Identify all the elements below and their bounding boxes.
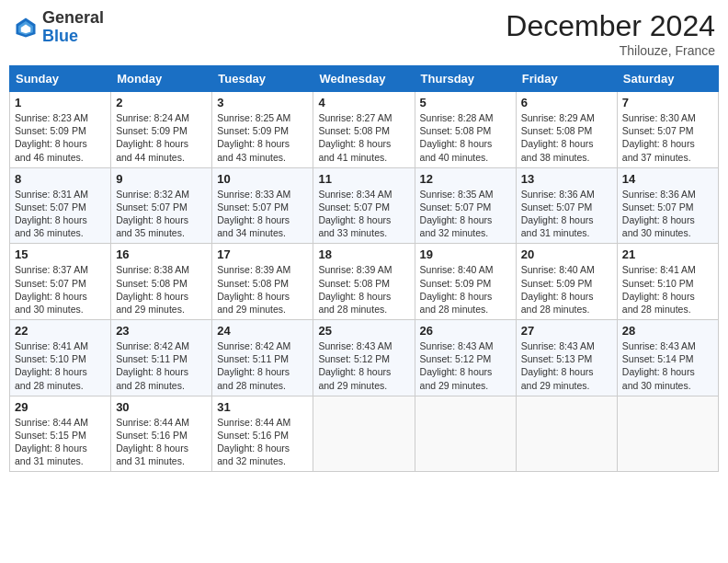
- weekday-header-tuesday: Tuesday: [212, 66, 313, 92]
- day-info: Sunrise: 8:32 AMSunset: 5:07 PMDaylight:…: [116, 188, 207, 240]
- day-info: Sunrise: 8:30 AMSunset: 5:07 PMDaylight:…: [622, 111, 713, 164]
- day-info: Sunrise: 8:41 AMSunset: 5:10 PMDaylight:…: [622, 263, 713, 316]
- day-info: Sunrise: 8:43 AMSunset: 5:12 PMDaylight:…: [318, 339, 409, 392]
- calendar-cell: 15Sunrise: 8:37 AMSunset: 5:07 PMDayligh…: [10, 244, 111, 320]
- day-number: 10: [217, 172, 308, 186]
- calendar-cell: 19Sunrise: 8:40 AMSunset: 5:09 PMDayligh…: [415, 244, 516, 320]
- day-number: 27: [521, 324, 612, 338]
- calendar-cell: 4Sunrise: 8:27 AMSunset: 5:08 PMDaylight…: [313, 92, 415, 168]
- day-info: Sunrise: 8:29 AMSunset: 5:08 PMDaylight:…: [521, 111, 612, 164]
- day-number: 19: [420, 247, 511, 261]
- day-number: 6: [521, 96, 612, 109]
- day-number: 7: [622, 96, 713, 109]
- day-number: 30: [116, 400, 207, 414]
- day-info: Sunrise: 8:37 AMSunset: 5:07 PMDaylight:…: [15, 263, 106, 316]
- day-number: 3: [217, 96, 308, 109]
- logo: General Blue: [13, 9, 104, 46]
- calendar-cell: 22Sunrise: 8:41 AMSunset: 5:10 PMDayligh…: [10, 320, 111, 396]
- calendar-cell: 25Sunrise: 8:43 AMSunset: 5:12 PMDayligh…: [313, 320, 415, 396]
- calendar-cell: [415, 396, 516, 472]
- calendar-week-row: 15Sunrise: 8:37 AMSunset: 5:07 PMDayligh…: [10, 244, 719, 320]
- calendar-cell: 16Sunrise: 8:38 AMSunset: 5:08 PMDayligh…: [111, 244, 212, 320]
- calendar-cell: 13Sunrise: 8:36 AMSunset: 5:07 PMDayligh…: [516, 167, 617, 244]
- logo-icon: [13, 15, 39, 40]
- day-number: 28: [622, 324, 713, 338]
- day-info: Sunrise: 8:40 AMSunset: 5:09 PMDaylight:…: [420, 263, 511, 316]
- location: Thilouze, France: [506, 43, 715, 58]
- calendar-week-row: 22Sunrise: 8:41 AMSunset: 5:10 PMDayligh…: [10, 320, 719, 396]
- calendar-cell: 8Sunrise: 8:31 AMSunset: 5:07 PMDaylight…: [10, 167, 111, 244]
- calendar-cell: 17Sunrise: 8:39 AMSunset: 5:08 PMDayligh…: [212, 244, 313, 320]
- day-info: Sunrise: 8:35 AMSunset: 5:07 PMDaylight:…: [420, 188, 511, 240]
- day-info: Sunrise: 8:34 AMSunset: 5:07 PMDaylight:…: [318, 188, 409, 240]
- day-number: 31: [217, 400, 308, 414]
- day-info: Sunrise: 8:44 AMSunset: 5:16 PMDaylight:…: [217, 416, 308, 468]
- weekday-header-wednesday: Wednesday: [313, 66, 415, 92]
- day-info: Sunrise: 8:43 AMSunset: 5:12 PMDaylight:…: [420, 339, 511, 392]
- day-info: Sunrise: 8:39 AMSunset: 5:08 PMDaylight:…: [318, 263, 409, 316]
- calendar-cell: 18Sunrise: 8:39 AMSunset: 5:08 PMDayligh…: [313, 244, 415, 320]
- day-info: Sunrise: 8:38 AMSunset: 5:08 PMDaylight:…: [116, 263, 207, 316]
- weekday-header-sunday: Sunday: [10, 66, 111, 92]
- calendar-week-row: 8Sunrise: 8:31 AMSunset: 5:07 PMDaylight…: [10, 167, 719, 244]
- day-number: 12: [420, 172, 511, 186]
- day-info: Sunrise: 8:44 AMSunset: 5:15 PMDaylight:…: [15, 416, 106, 468]
- day-info: Sunrise: 8:42 AMSunset: 5:11 PMDaylight:…: [116, 339, 207, 392]
- day-number: 13: [521, 172, 612, 186]
- calendar-cell: [313, 396, 415, 472]
- day-number: 23: [116, 324, 207, 338]
- calendar-week-row: 1Sunrise: 8:23 AMSunset: 5:09 PMDaylight…: [10, 92, 719, 168]
- calendar-cell: 1Sunrise: 8:23 AMSunset: 5:09 PMDaylight…: [10, 92, 111, 168]
- day-info: Sunrise: 8:25 AMSunset: 5:09 PMDaylight:…: [217, 111, 308, 164]
- calendar-cell: 14Sunrise: 8:36 AMSunset: 5:07 PMDayligh…: [617, 167, 718, 244]
- day-number: 25: [318, 324, 409, 338]
- day-number: 14: [622, 172, 713, 186]
- day-number: 15: [15, 247, 106, 261]
- calendar-cell: 5Sunrise: 8:28 AMSunset: 5:08 PMDaylight…: [415, 92, 516, 168]
- day-info: Sunrise: 8:43 AMSunset: 5:14 PMDaylight:…: [622, 339, 713, 392]
- day-number: 4: [318, 96, 409, 109]
- day-info: Sunrise: 8:27 AMSunset: 5:08 PMDaylight:…: [318, 111, 409, 164]
- calendar-cell: 6Sunrise: 8:29 AMSunset: 5:08 PMDaylight…: [516, 92, 617, 168]
- day-number: 18: [318, 247, 409, 261]
- calendar-cell: 7Sunrise: 8:30 AMSunset: 5:07 PMDaylight…: [617, 92, 718, 168]
- calendar-week-row: 29Sunrise: 8:44 AMSunset: 5:15 PMDayligh…: [10, 396, 719, 472]
- day-info: Sunrise: 8:36 AMSunset: 5:07 PMDaylight:…: [622, 188, 713, 240]
- calendar-cell: 29Sunrise: 8:44 AMSunset: 5:15 PMDayligh…: [10, 396, 111, 472]
- title-block: December 2024 Thilouze, France: [506, 9, 715, 58]
- day-number: 1: [15, 96, 106, 109]
- day-number: 8: [15, 172, 106, 186]
- day-number: 20: [521, 247, 612, 261]
- weekday-header-friday: Friday: [516, 66, 617, 92]
- calendar-cell: 30Sunrise: 8:44 AMSunset: 5:16 PMDayligh…: [111, 396, 212, 472]
- day-info: Sunrise: 8:44 AMSunset: 5:16 PMDaylight:…: [116, 416, 207, 468]
- calendar-header-row: SundayMondayTuesdayWednesdayThursdayFrid…: [10, 66, 719, 92]
- calendar-body: 1Sunrise: 8:23 AMSunset: 5:09 PMDaylight…: [10, 92, 719, 472]
- day-info: Sunrise: 8:23 AMSunset: 5:09 PMDaylight:…: [15, 111, 106, 164]
- weekday-header-saturday: Saturday: [617, 66, 718, 92]
- calendar-cell: 24Sunrise: 8:42 AMSunset: 5:11 PMDayligh…: [212, 320, 313, 396]
- day-number: 11: [318, 172, 409, 186]
- calendar-cell: 27Sunrise: 8:43 AMSunset: 5:13 PMDayligh…: [516, 320, 617, 396]
- page-header: General Blue December 2024 Thilouze, Fra…: [9, 9, 719, 58]
- logo-blue: Blue: [42, 28, 104, 46]
- day-number: 17: [217, 247, 308, 261]
- calendar-cell: 28Sunrise: 8:43 AMSunset: 5:14 PMDayligh…: [617, 320, 718, 396]
- calendar-cell: 23Sunrise: 8:42 AMSunset: 5:11 PMDayligh…: [111, 320, 212, 396]
- day-number: 26: [420, 324, 511, 338]
- day-info: Sunrise: 8:43 AMSunset: 5:13 PMDaylight:…: [521, 339, 612, 392]
- day-info: Sunrise: 8:39 AMSunset: 5:08 PMDaylight:…: [217, 263, 308, 316]
- day-number: 2: [116, 96, 207, 109]
- calendar-cell: 26Sunrise: 8:43 AMSunset: 5:12 PMDayligh…: [415, 320, 516, 396]
- day-info: Sunrise: 8:41 AMSunset: 5:10 PMDaylight:…: [15, 339, 106, 392]
- day-info: Sunrise: 8:42 AMSunset: 5:11 PMDaylight:…: [217, 339, 308, 392]
- calendar-table: SundayMondayTuesdayWednesdayThursdayFrid…: [9, 65, 719, 472]
- calendar-cell: [617, 396, 718, 472]
- calendar-cell: 11Sunrise: 8:34 AMSunset: 5:07 PMDayligh…: [313, 167, 415, 244]
- day-number: 24: [217, 324, 308, 338]
- calendar-cell: 10Sunrise: 8:33 AMSunset: 5:07 PMDayligh…: [212, 167, 313, 244]
- calendar-cell: 21Sunrise: 8:41 AMSunset: 5:10 PMDayligh…: [617, 244, 718, 320]
- month-title: December 2024: [506, 9, 715, 43]
- day-info: Sunrise: 8:28 AMSunset: 5:08 PMDaylight:…: [420, 111, 511, 164]
- weekday-header-monday: Monday: [111, 66, 212, 92]
